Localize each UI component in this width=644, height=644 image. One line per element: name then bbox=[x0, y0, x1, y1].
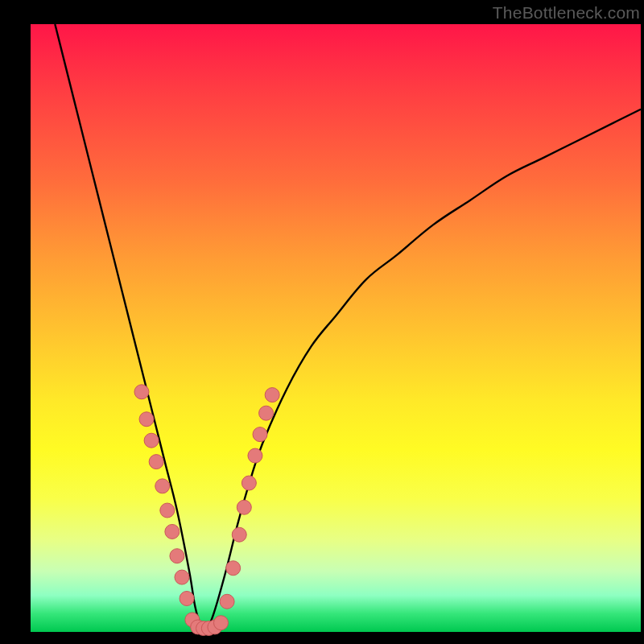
outer-frame: TheBottleneck.com bbox=[0, 0, 644, 644]
plot-area bbox=[31, 24, 641, 632]
watermark-text: TheBottleneck.com bbox=[493, 3, 640, 23]
